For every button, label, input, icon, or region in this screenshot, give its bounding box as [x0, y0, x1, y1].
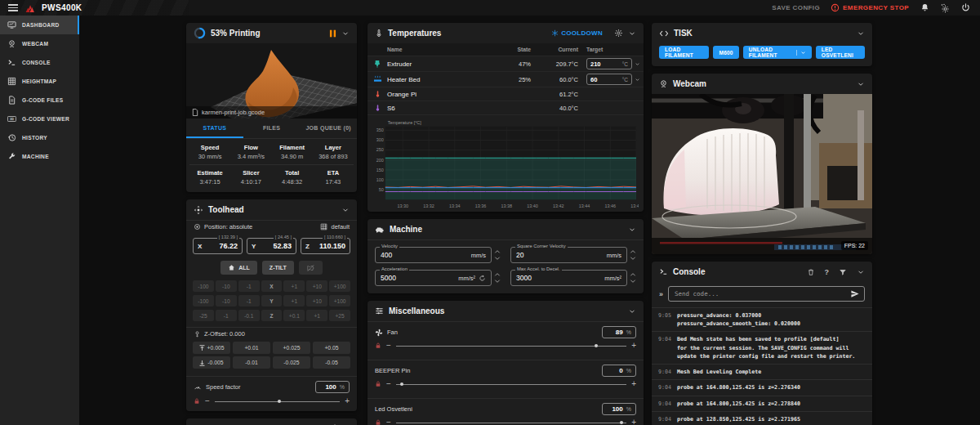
- jog-button[interactable]: -10: [216, 280, 237, 292]
- sidebar-item-webcam[interactable]: WEBCAM: [0, 34, 79, 53]
- jog-button[interactable]: +10: [306, 295, 327, 306]
- acceleration-input[interactable]: Acceleration 5000 mm/s²: [375, 270, 492, 286]
- help-icon[interactable]: ?: [825, 268, 830, 276]
- chevron-down-icon[interactable]: [857, 268, 865, 276]
- minus-button[interactable]: −: [386, 418, 391, 425]
- power-icon[interactable]: [960, 3, 970, 13]
- stepper-buttons[interactable]: [630, 272, 636, 284]
- target-temp-input[interactable]: 210 °C: [586, 58, 632, 69]
- jog-button[interactable]: -1: [238, 280, 260, 292]
- jog-button[interactable]: +25: [329, 310, 350, 321]
- stepper-buttons[interactable]: [630, 249, 636, 261]
- z-offset-up-button[interactable]: +0.005: [193, 342, 230, 354]
- lock-icon[interactable]: [375, 342, 381, 349]
- lock-icon[interactable]: [375, 419, 381, 425]
- jog-button[interactable]: -25: [193, 310, 214, 321]
- chevron-down-icon[interactable]: [341, 206, 350, 214]
- plus-button[interactable]: +: [631, 418, 636, 425]
- home-all-button[interactable]: ALL: [220, 261, 257, 275]
- load-filament-button[interactable]: LOAD FILAMENT: [659, 46, 709, 59]
- target-temp-input[interactable]: 60 °C: [586, 74, 632, 85]
- z-offset-down-button[interactable]: -0.01: [233, 356, 270, 369]
- jog-button[interactable]: -1: [238, 295, 260, 306]
- emergency-stop-button[interactable]: EMERGENCY STOP: [831, 3, 909, 12]
- led-osvetleni-button[interactable]: LED OSVETLENI: [816, 46, 865, 59]
- minus-button[interactable]: −: [205, 397, 210, 405]
- sidebar-item-console[interactable]: CONSOLE: [0, 53, 79, 72]
- trash-icon[interactable]: [807, 268, 815, 276]
- axis-z-box[interactable]: [ 110.660 ] Z 110.150: [301, 238, 350, 254]
- reset-icon[interactable]: [479, 275, 486, 282]
- fan-slider[interactable]: [396, 342, 626, 350]
- dropdown-arrow-icon[interactable]: [796, 50, 806, 56]
- cooldown-button[interactable]: COOLDOWN: [551, 29, 603, 37]
- z-offset-up-button[interactable]: +0.025: [273, 342, 310, 354]
- plus-button[interactable]: +: [345, 397, 350, 405]
- z-offset-down-button[interactable]: -0.05: [313, 356, 350, 369]
- sidebar-item-machine[interactable]: MACHINE: [0, 147, 79, 166]
- chevron-down-icon[interactable]: [628, 226, 636, 234]
- minus-button[interactable]: −: [386, 342, 391, 350]
- chevron-down-icon[interactable]: [628, 29, 636, 38]
- unload-filament-button[interactable]: UNLOAD FILAMENT: [743, 46, 812, 59]
- beeper-pin-input[interactable]: 0 %: [602, 365, 636, 377]
- square-corner-velocity-input[interactable]: Square Corner Velocity 20 mm/s: [510, 247, 627, 263]
- z-tilt-button[interactable]: Z-TILT: [262, 261, 294, 275]
- jog-button[interactable]: +100: [329, 295, 350, 306]
- sidebar-item-history[interactable]: HISTORY: [0, 128, 79, 147]
- console-log[interactable]: 9:05 pressure_advance: 0.037000 pressure…: [652, 307, 872, 425]
- led-osvetleni-input[interactable]: 100 %: [602, 403, 636, 415]
- settings-icon[interactable]: [940, 3, 950, 13]
- sidebar-item-gcode-viewer[interactable]: 3D G-CODE VIEWER: [0, 110, 79, 128]
- tab-status[interactable]: STATUS: [186, 119, 243, 138]
- tab-files[interactable]: FILES: [243, 119, 301, 138]
- velocity-input[interactable]: Velocity 400 mm/s: [375, 247, 492, 263]
- chevron-down-icon[interactable]: [635, 77, 640, 83]
- lock-icon[interactable]: [375, 381, 381, 387]
- plus-button[interactable]: +: [631, 342, 636, 350]
- jog-button[interactable]: +1: [283, 280, 305, 292]
- plus-button[interactable]: +: [631, 380, 636, 388]
- speed-factor-slider[interactable]: [215, 397, 340, 405]
- tab-job-queue[interactable]: JOB QUEUE (0): [300, 119, 357, 138]
- pause-button[interactable]: [329, 29, 336, 38]
- motors-off-button[interactable]: [299, 261, 323, 275]
- stepper-buttons[interactable]: [494, 272, 501, 284]
- led-slider[interactable]: [396, 418, 626, 425]
- chevron-down-icon[interactable]: [628, 307, 636, 315]
- axis-x-box[interactable]: [ 132.39 ] X 76.22: [193, 238, 243, 254]
- jog-button[interactable]: +0.1: [283, 310, 305, 321]
- chevron-down-icon[interactable]: [857, 80, 865, 88]
- jog-button[interactable]: -1: [216, 310, 237, 321]
- jog-button[interactable]: +1: [283, 295, 305, 306]
- jog-button[interactable]: +10: [306, 280, 327, 292]
- jog-button[interactable]: -0.1: [238, 310, 260, 321]
- chevron-down-icon[interactable]: [857, 29, 865, 38]
- filter-icon[interactable]: [839, 268, 847, 276]
- chevron-down-icon[interactable]: [341, 29, 350, 38]
- menu-icon[interactable]: [8, 4, 18, 11]
- jog-button[interactable]: +100: [329, 280, 350, 292]
- save-config-button[interactable]: SAVE CONFIG: [772, 4, 820, 11]
- sidebar-item-gcode-files[interactable]: G-CODE FILES: [0, 91, 79, 110]
- fan-input[interactable]: 89 %: [602, 326, 636, 338]
- send-icon[interactable]: [850, 289, 860, 298]
- sidebar-item-heightmap[interactable]: HEIGHTMAP: [0, 72, 79, 91]
- beeper-slider[interactable]: [396, 380, 626, 388]
- jog-button[interactable]: -10: [216, 295, 237, 306]
- gear-icon[interactable]: [614, 29, 623, 38]
- notifications-bell-icon[interactable]: [920, 3, 929, 13]
- console-input[interactable]: [668, 286, 865, 302]
- chevron-down-icon[interactable]: [635, 61, 640, 67]
- bed-mesh-profile-label[interactable]: default: [331, 223, 350, 230]
- speed-factor-input[interactable]: 100 %: [315, 381, 350, 393]
- z-offset-up-button[interactable]: +0.01: [233, 342, 270, 354]
- max-accel-to-decel-input[interactable]: Max Accel. to Decel. 3000 mm/s²: [510, 270, 627, 286]
- z-offset-down-button[interactable]: -0.025: [273, 356, 310, 369]
- m600-button[interactable]: M600: [713, 46, 738, 59]
- stepper-buttons[interactable]: [494, 249, 501, 261]
- jog-button[interactable]: -100: [193, 295, 214, 306]
- jog-button[interactable]: +1: [306, 310, 327, 321]
- minus-button[interactable]: −: [386, 380, 391, 388]
- jog-button[interactable]: -100: [193, 280, 214, 292]
